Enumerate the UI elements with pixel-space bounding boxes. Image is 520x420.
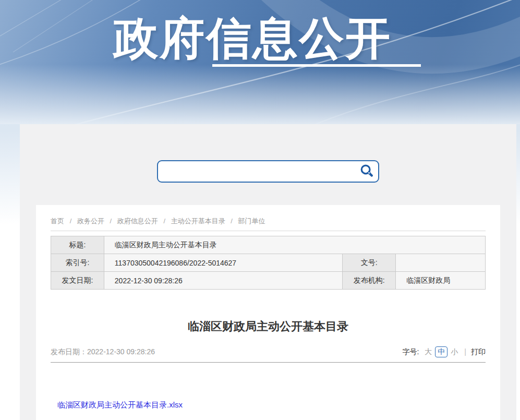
breadcrumb-divider bbox=[51, 231, 486, 231]
index-number-value: 113703050042196086/2022-5014627 bbox=[104, 254, 343, 272]
search-button[interactable] bbox=[358, 163, 375, 180]
breadcrumb-separator: / bbox=[163, 217, 165, 225]
doc-number-value bbox=[396, 254, 486, 272]
publisher-label: 发布机构: bbox=[343, 272, 396, 290]
title-label: 标题: bbox=[51, 236, 104, 254]
breadcrumb-departments[interactable]: 部门单位 bbox=[238, 217, 265, 225]
search-icon bbox=[359, 163, 374, 179]
document-info-table: 标题: 临淄区财政局主动公开基本目录 索引号: 1137030500421960… bbox=[51, 236, 486, 290]
breadcrumb-govaffairs[interactable]: 政务公开 bbox=[77, 217, 104, 225]
attachment-link[interactable]: 临淄区财政局主动公开基本目录.xlsx bbox=[57, 400, 183, 409]
font-size-label: 字号: bbox=[402, 346, 419, 357]
article-meta-row: 发布日期：2022-12-30 09:28:26 字号: 大 中 小 | 打印 bbox=[51, 346, 486, 357]
breadcrumb: 首页 / 政务公开 / 政府信息公开 / 主动公开基本目录 / 部门单位 bbox=[51, 212, 486, 226]
publish-date-value: 2022-12-30 09:28:26 bbox=[87, 347, 155, 356]
doc-number-label: 文号: bbox=[343, 254, 396, 272]
breadcrumb-home[interactable]: 首页 bbox=[51, 217, 64, 225]
table-row-index: 索引号: 113703050042196086/2022-5014627 文号: bbox=[51, 254, 486, 272]
breadcrumb-separator: / bbox=[231, 217, 233, 225]
publish-date-label: 发布日期： bbox=[51, 347, 87, 356]
title-value: 临淄区财政局主动公开基本目录 bbox=[104, 236, 485, 254]
content-divider bbox=[51, 362, 486, 363]
publish-date: 发布日期：2022-12-30 09:28:26 bbox=[51, 346, 155, 357]
table-row-date: 发文日期: 2022-12-30 09:28:26 发布机构: 临淄区财政局 bbox=[51, 272, 486, 290]
font-size-large-button[interactable]: 大 bbox=[425, 346, 432, 357]
page-banner: 政府信息公开 bbox=[0, 0, 520, 124]
issue-date-label: 发文日期: bbox=[51, 272, 104, 290]
breadcrumb-separator: / bbox=[70, 217, 72, 225]
breadcrumb-govinfo[interactable]: 政府信息公开 bbox=[117, 217, 158, 225]
content-container: 首页 / 政务公开 / 政府信息公开 / 主动公开基本目录 / 部门单位 标题:… bbox=[20, 124, 516, 420]
issue-date-value: 2022-12-30 09:28:26 bbox=[104, 272, 343, 290]
tools-divider: | bbox=[464, 346, 466, 357]
title-underline bbox=[212, 64, 421, 67]
search-input[interactable] bbox=[158, 161, 346, 182]
font-size-medium-button[interactable]: 中 bbox=[435, 346, 448, 357]
attachment-row: 临淄区财政局主动公开基本目录.xlsx bbox=[57, 400, 486, 410]
font-size-small-button[interactable]: 小 bbox=[451, 346, 458, 357]
search-box bbox=[157, 160, 379, 183]
breadcrumb-separator: / bbox=[110, 217, 112, 225]
print-button[interactable]: 打印 bbox=[471, 346, 486, 357]
article-title: 临淄区财政局主动公开基本目录 bbox=[51, 319, 486, 334]
publisher-value: 临淄区财政局 bbox=[396, 272, 486, 290]
table-row-title: 标题: 临淄区财政局主动公开基本目录 bbox=[51, 236, 486, 254]
article-tools: 字号: 大 中 小 | 打印 bbox=[402, 346, 486, 357]
article-panel: 首页 / 政务公开 / 政府信息公开 / 主动公开基本目录 / 部门单位 标题:… bbox=[36, 205, 500, 420]
page-title: 政府信息公开 bbox=[0, 8, 513, 69]
index-number-label: 索引号: bbox=[51, 254, 104, 272]
breadcrumb-catalog[interactable]: 主动公开基本目录 bbox=[171, 217, 225, 225]
